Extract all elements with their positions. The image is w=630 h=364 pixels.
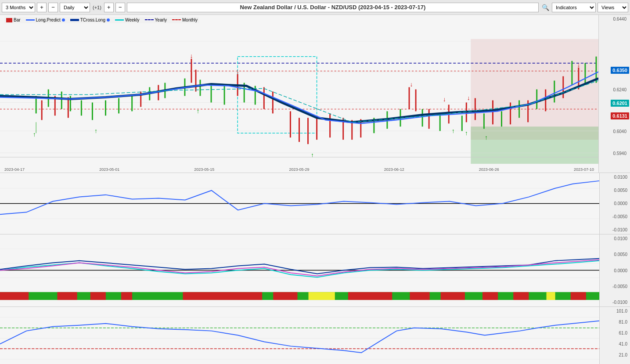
diff-svg bbox=[0, 234, 599, 306]
svg-rect-102 bbox=[90, 292, 106, 300]
x-axis: 2023-04-17 2023-05-01 2023-05-15 2023-05… bbox=[0, 167, 598, 172]
ny-n0100: -0.0100 bbox=[601, 227, 629, 232]
svg-rect-103 bbox=[121, 292, 132, 300]
diff-y-axis: 0.0100 0.0050 0.0000 -0.0050 -0.0100 bbox=[599, 234, 630, 306]
legend-weekly-label: Weekly bbox=[125, 18, 140, 22]
svg-text:↑: ↑ bbox=[452, 127, 455, 134]
rsi-y-axis: 101.0 81.0 61.0 41.0 21.0 1.0 bbox=[599, 307, 630, 364]
svg-text:↑: ↑ bbox=[196, 108, 199, 115]
neuralx-panel: NeuralX.Strength ▼ ✕ 0.0100 0.0050 0.000… bbox=[0, 173, 630, 234]
ny-0000: 0.0000 bbox=[601, 201, 629, 206]
main-chart-y-axis: 0.6440 0.6350 0.6240 0.6201 0.6131 0.604… bbox=[598, 15, 630, 173]
svg-text:↑: ↑ bbox=[33, 131, 36, 138]
dy-0000: 0.0000 bbox=[601, 268, 629, 273]
yearly-icon bbox=[145, 19, 154, 21]
y-label-6040: 0.6040 bbox=[613, 129, 628, 134]
ry-101: 101.0 bbox=[601, 309, 629, 314]
interval-select[interactable]: Daily Weekly Monthly bbox=[60, 3, 90, 12]
rsi-svg bbox=[0, 307, 599, 364]
svg-rect-99 bbox=[0, 292, 599, 300]
main-chart-panel: Bar Long.Predict TCross.Long Weekly Year… bbox=[0, 15, 598, 173]
svg-text:↓: ↓ bbox=[467, 94, 470, 101]
ny-n0050: -0.0050 bbox=[601, 214, 629, 219]
dy-n0050: -0.0050 bbox=[601, 284, 629, 289]
dy-0050: 0.0050 bbox=[601, 252, 629, 257]
x-label-6: 2023-06-26 bbox=[479, 167, 499, 172]
svg-rect-2 bbox=[471, 126, 598, 164]
tcrosslong-icon bbox=[70, 19, 79, 21]
tcrosslong-dot bbox=[107, 18, 110, 22]
offset-sub-button[interactable]: − bbox=[115, 3, 125, 12]
svg-rect-107 bbox=[348, 292, 392, 300]
ry-21: 21.0 bbox=[601, 353, 629, 357]
x-label-7: 2023-07-10 bbox=[574, 167, 594, 172]
legend-weekly: Weekly bbox=[115, 18, 140, 22]
price-badge-6350: 0.6350 bbox=[611, 67, 629, 74]
svg-text:↓: ↓ bbox=[236, 68, 239, 75]
toolbar: 3 Months 1 Month 6 Months 1 Year + − Dai… bbox=[0, 0, 630, 15]
ry-81: 81.0 bbox=[601, 320, 629, 324]
main-chart: Bar Long.Predict TCross.Long Weekly Year… bbox=[0, 15, 630, 173]
longpredict-icon bbox=[26, 19, 35, 21]
x-label-4: 2023-05-29 bbox=[289, 167, 309, 172]
svg-rect-106 bbox=[309, 292, 335, 300]
neuralx-y-axis: 0.0100 0.0050 0.0000 -0.0050 -0.0100 bbox=[599, 173, 630, 234]
svg-text:↓: ↓ bbox=[443, 96, 446, 103]
x-label-5: 2023-06-12 bbox=[384, 167, 404, 172]
ny-0100: 0.0100 bbox=[601, 175, 629, 180]
x-label-1: 2023-04-17 bbox=[4, 167, 25, 172]
legend-longpredict: Long.Predict bbox=[26, 18, 65, 22]
svg-text:↓: ↓ bbox=[190, 52, 193, 59]
bar-icon bbox=[6, 18, 12, 22]
svg-rect-114 bbox=[0, 307, 599, 364]
neuralx-chart: NeuralX.Strength ▼ ✕ bbox=[0, 173, 599, 234]
ry-61: 61.0 bbox=[601, 331, 629, 335]
x-label-2: 2023-05-01 bbox=[99, 167, 119, 172]
svg-rect-108 bbox=[410, 292, 429, 300]
svg-text:↑: ↑ bbox=[94, 127, 97, 134]
diff-panel: Long.Diff Medium.Diff NeuralX.Max Short.… bbox=[0, 234, 630, 307]
svg-rect-113 bbox=[571, 292, 586, 300]
svg-text:↓: ↓ bbox=[577, 61, 580, 68]
legend-tcrosslong: TCross.Long bbox=[70, 18, 110, 22]
svg-rect-111 bbox=[513, 292, 529, 300]
y-label-6440: 0.6440 bbox=[613, 17, 628, 22]
dy-0100: 0.0100 bbox=[601, 236, 629, 241]
svg-rect-100 bbox=[0, 292, 29, 300]
x-label-3: 2023-05-15 bbox=[194, 167, 214, 172]
offset-label: (+1) bbox=[92, 5, 102, 10]
svg-text:↓: ↓ bbox=[410, 81, 413, 88]
monthly-icon bbox=[172, 19, 181, 21]
svg-rect-104 bbox=[183, 292, 263, 300]
legend-monthly: Monthly bbox=[172, 18, 198, 22]
chart-title: New Zealand Dollar / U.S. Dollar - NZD/U… bbox=[127, 3, 539, 12]
main-chart-svg: ↑ ↑ ↑ ↑ ↑ ↑ ↑ ↓ ↓ ↓ ↓ ↓ ↓ bbox=[0, 15, 598, 173]
ry-41: 41.0 bbox=[601, 342, 629, 346]
legend-tcrosslong-label: TCross.Long bbox=[80, 18, 105, 22]
legend-monthly-label: Monthly bbox=[182, 18, 198, 22]
svg-text:↑: ↑ bbox=[485, 134, 488, 141]
svg-rect-112 bbox=[547, 292, 555, 300]
price-badge-6201: 0.6201 bbox=[611, 100, 629, 107]
search-icon[interactable]: 🔍 bbox=[540, 3, 550, 12]
diff-chart: Long.Diff Medium.Diff NeuralX.Max Short.… bbox=[0, 234, 599, 306]
period-select[interactable]: 3 Months 1 Month 6 Months 1 Year bbox=[2, 3, 35, 12]
views-select[interactable]: Views bbox=[598, 3, 628, 12]
rsi-panel: RSI ▼ ✕ 101.0 81.0 61.0 41.0 21.0 1 bbox=[0, 307, 630, 364]
svg-text:↑: ↑ bbox=[465, 130, 468, 137]
svg-rect-105 bbox=[273, 292, 297, 300]
price-badge-6131: 0.6131 bbox=[611, 112, 629, 119]
legend-yearly: Yearly bbox=[145, 18, 167, 22]
svg-rect-110 bbox=[482, 292, 498, 300]
period-sub-button[interactable]: − bbox=[48, 3, 58, 12]
offset-add-button[interactable]: + bbox=[104, 3, 114, 12]
period-add-button[interactable]: + bbox=[37, 3, 47, 12]
svg-rect-101 bbox=[57, 292, 77, 300]
svg-text:↑: ↑ bbox=[311, 151, 314, 159]
legend-yearly-label: Yearly bbox=[155, 18, 167, 22]
ny-0050: 0.0050 bbox=[601, 188, 629, 193]
svg-rect-109 bbox=[441, 292, 465, 300]
chart-legend: Bar Long.Predict TCross.Long Weekly Year… bbox=[4, 17, 199, 23]
y-label-6240: 0.6240 bbox=[613, 87, 628, 92]
indicators-select[interactable]: Indicators bbox=[552, 3, 596, 12]
